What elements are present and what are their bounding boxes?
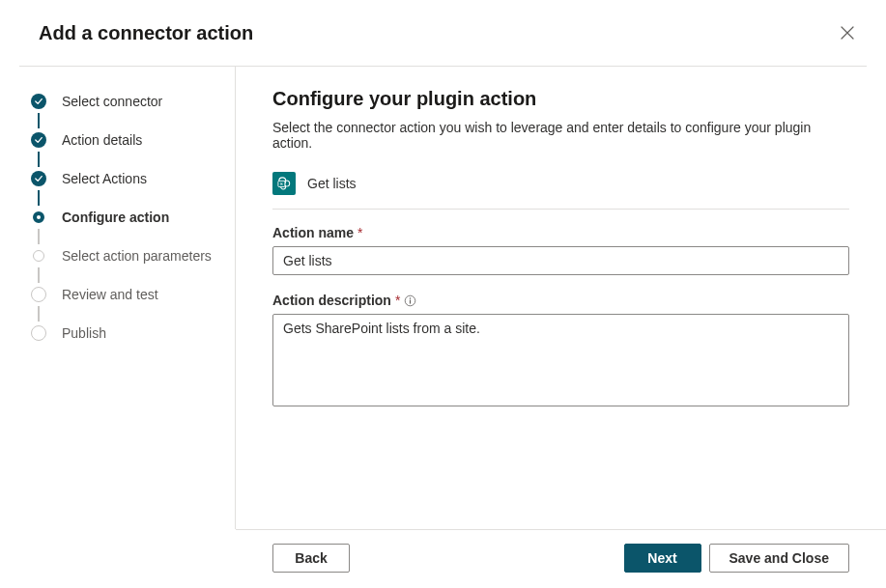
step-select-connector[interactable]: Select connector xyxy=(31,90,235,113)
field-action-name: Action name * xyxy=(272,225,849,275)
back-button[interactable]: Back xyxy=(272,544,350,573)
step-bullet-done-icon xyxy=(31,94,46,109)
wizard-steps-sidebar: Select connector Action details Select A… xyxy=(0,67,236,529)
step-label: Action details xyxy=(62,132,142,148)
step-review-and-test: Review and test xyxy=(31,283,235,306)
step-configure-action[interactable]: Configure action xyxy=(31,206,235,229)
step-label: Publish xyxy=(62,325,106,341)
label-text: Action name xyxy=(272,225,354,240)
step-select-action-parameters: Select action parameters xyxy=(31,244,235,267)
step-bullet-future-icon xyxy=(33,250,44,262)
step-label: Select Actions xyxy=(62,171,147,186)
close-icon xyxy=(841,26,854,40)
selected-action-chip: S Get lists xyxy=(272,172,849,210)
svg-point-6 xyxy=(410,297,411,298)
selected-action-label: Get lists xyxy=(307,176,357,191)
page-subheading: Select the connector action you wish to … xyxy=(272,120,849,151)
dialog-body: Select connector Action details Select A… xyxy=(0,67,886,529)
main-panel: Configure your plugin action Select the … xyxy=(236,67,886,529)
sharepoint-icon: S xyxy=(272,172,296,195)
step-label: Select connector xyxy=(62,94,162,109)
step-select-actions[interactable]: Select Actions xyxy=(31,167,235,190)
dialog-footer: Back Next Save and Close xyxy=(236,529,886,588)
field-label: Action name * xyxy=(272,225,849,240)
step-publish: Publish xyxy=(31,322,235,345)
action-name-input[interactable] xyxy=(272,246,849,275)
step-connector xyxy=(38,113,40,128)
field-label: Action description * xyxy=(272,293,849,308)
step-connector xyxy=(38,267,40,283)
field-action-description: Action description * xyxy=(272,293,849,409)
step-label: Configure action xyxy=(62,210,169,225)
step-connector xyxy=(38,229,40,244)
required-mark: * xyxy=(357,225,362,240)
svg-text:S: S xyxy=(280,182,283,186)
close-button[interactable] xyxy=(832,17,863,48)
step-bullet-future-icon xyxy=(31,287,46,302)
dialog-header: Add a connector action xyxy=(0,0,886,66)
step-label: Review and test xyxy=(62,287,158,302)
step-bullet-future-icon xyxy=(31,325,46,341)
info-icon[interactable] xyxy=(404,294,417,307)
step-bullet-done-icon xyxy=(31,132,46,148)
dialog-title: Add a connector action xyxy=(39,22,253,44)
step-action-details[interactable]: Action details xyxy=(31,128,235,152)
step-connector xyxy=(38,306,40,322)
save-and-close-button[interactable]: Save and Close xyxy=(709,544,850,573)
step-bullet-done-icon xyxy=(31,171,46,186)
label-text: Action description xyxy=(272,293,391,308)
step-connector xyxy=(38,190,40,206)
next-button[interactable]: Next xyxy=(624,544,701,573)
svg-rect-7 xyxy=(410,299,411,303)
add-connector-action-dialog: Add a connector action Select connector … xyxy=(0,0,886,588)
page-heading: Configure your plugin action xyxy=(272,88,849,110)
step-connector xyxy=(38,152,40,167)
required-mark: * xyxy=(395,293,400,308)
action-description-input[interactable] xyxy=(272,314,849,406)
step-bullet-current-icon xyxy=(33,211,44,223)
step-label: Select action parameters xyxy=(62,248,212,264)
